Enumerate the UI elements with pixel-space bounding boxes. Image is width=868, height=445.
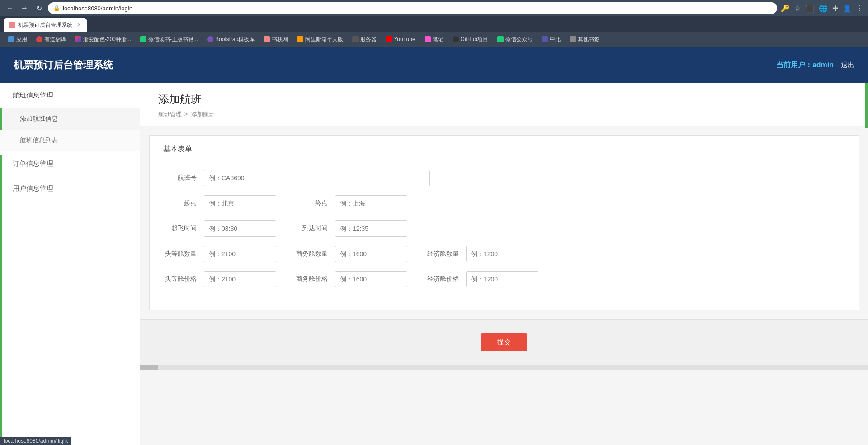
- departure-time-label: 起飞时间: [163, 225, 204, 233]
- bookmark-wechat-read[interactable]: 微信读书-正版书籍...: [137, 34, 202, 45]
- arrival-time-label: 到达时间: [294, 225, 335, 233]
- browser-toolbar: ← → ↻ 🔒 localhost:8080/admin/login 🔑 ☆ ⬛…: [0, 0, 868, 16]
- business-class-count-input[interactable]: [335, 246, 407, 262]
- form-card-title: 基本表单: [163, 145, 845, 159]
- bookmark-label-wechat-read: 微信读书-正版书籍...: [148, 36, 198, 43]
- lock-icon: 🔒: [53, 5, 60, 11]
- forward-button[interactable]: →: [19, 4, 30, 12]
- toolbar-actions: 🔑 ☆ ⬛ 🌐 ✚ 👤 ⋮: [781, 4, 863, 13]
- sidebar-section-user: 用户信息管理: [0, 176, 140, 201]
- economy-class-price-input[interactable]: [466, 271, 538, 287]
- sidebar: 航班信息管理 添加航班信息 航班信息列表 订单信息管理 用户信息管理: [0, 83, 140, 445]
- breadcrumb-parent[interactable]: 航班管理: [158, 111, 182, 117]
- bookmark-label-youdao: 有道翻译: [44, 36, 66, 43]
- menu-icon[interactable]: ⋮: [856, 4, 863, 13]
- departure-time-input[interactable]: [204, 220, 276, 237]
- economy-class-count-input[interactable]: [466, 246, 538, 262]
- scrollbar-indicator[interactable]: [865, 83, 868, 128]
- tab-close-button[interactable]: ✕: [77, 22, 81, 28]
- bookmark-label-notes: 笔记: [433, 36, 443, 43]
- content-area: 添加航班 航班管理 > 添加航班 基本表单 航班号 起点: [140, 83, 868, 445]
- business-class-price-input[interactable]: [335, 271, 407, 287]
- first-class-price-input[interactable]: [204, 271, 276, 287]
- origin-label: 起点: [163, 199, 204, 207]
- browser-chrome: ← → ↻ 🔒 localhost:8080/admin/login 🔑 ☆ ⬛…: [0, 0, 868, 47]
- bookmark-favicon-server: [352, 36, 359, 42]
- bookmark-youtube[interactable]: YouTube: [382, 35, 419, 44]
- bottom-scrollbar[interactable]: [140, 365, 868, 370]
- bookmark-favicon-gradient: [75, 36, 81, 42]
- address-text: localhost:8080/admin/login: [63, 5, 132, 12]
- bookmark-youdao[interactable]: 有道翻译: [33, 34, 70, 45]
- bookmark-wechat-gzh[interactable]: 微信公众号: [494, 34, 536, 45]
- bookmark-favicon-wechat-gzh: [497, 36, 504, 42]
- bookmark-github[interactable]: GitHub项目: [449, 34, 492, 45]
- back-button[interactable]: ←: [5, 4, 15, 12]
- sidebar-section-title-order[interactable]: 订单信息管理: [0, 151, 140, 176]
- tabs-bar: 机票预订后台管理系统 ✕: [0, 16, 868, 32]
- ext-icon2[interactable]: 🌐: [819, 4, 828, 13]
- sidebar-section-flight: 航班信息管理 添加航班信息 航班信息列表: [0, 83, 140, 151]
- bookmark-others[interactable]: 其他书签: [566, 34, 603, 45]
- form-row-prices: 头等舱价格 商务舱价格 经济舱价格: [163, 271, 845, 287]
- bookmark-server[interactable]: 服务器: [349, 34, 380, 45]
- bookmark-favicon-zhongbei: [542, 36, 548, 42]
- tab-favicon: [9, 22, 15, 28]
- bookmark-bootstrap[interactable]: Bootstrap模板库: [203, 34, 258, 45]
- status-url: localhost:8080/admin/flight: [4, 438, 68, 444]
- sidebar-section-title-flight[interactable]: 航班信息管理: [0, 83, 140, 108]
- app-title: 机票预订后台管理系统: [14, 58, 776, 72]
- bookmark-favicon-wechat-read: [140, 36, 146, 42]
- first-class-count-input[interactable]: [204, 246, 276, 262]
- bookmark-label-gradient: 渐变配色-200种渐...: [83, 36, 131, 43]
- bookmark-apps[interactable]: 应用: [5, 34, 31, 45]
- key-icon[interactable]: 🔑: [781, 4, 790, 13]
- bookmark-gradient[interactable]: 渐变配色-200种渐...: [71, 34, 135, 45]
- avatar-icon[interactable]: 👤: [843, 4, 852, 13]
- logout-button[interactable]: 退出: [841, 61, 854, 70]
- bookmark-favicon-shuzhan: [264, 36, 270, 42]
- bookmark-label-apps: 应用: [16, 36, 27, 43]
- bookmark-shuzhan[interactable]: 书栈网: [260, 34, 292, 45]
- economy-class-price-label: 经济舱价格: [425, 275, 466, 283]
- ext-icon1[interactable]: ⬛: [805, 4, 814, 13]
- main-layout: 航班信息管理 添加航班信息 航班信息列表 订单信息管理 用户信息管理 添加航班 …: [0, 83, 868, 445]
- bookmark-zhongbei[interactable]: 中北: [538, 34, 564, 45]
- first-class-price-label: 头等舱价格: [163, 275, 204, 283]
- form-row-counts: 头等舱数量 商务舱数量 经济舱数量: [163, 246, 845, 262]
- current-user-label: 当前用户：admin: [776, 61, 834, 70]
- ext-icon3[interactable]: ✚: [832, 4, 838, 13]
- bookmark-favicon-others: [570, 36, 576, 42]
- star-icon[interactable]: ☆: [794, 4, 801, 13]
- bookmark-label-github: GitHub项目: [461, 36, 488, 43]
- submit-button[interactable]: 提交: [481, 333, 527, 351]
- origin-input[interactable]: [204, 195, 276, 211]
- bookmark-ali[interactable]: 阿里邮箱个人版: [293, 34, 347, 45]
- form-row-flight-no: 航班号: [163, 170, 845, 186]
- active-tab[interactable]: 机票预订后台管理系统 ✕: [4, 18, 87, 32]
- bookmark-favicon-youtube: [386, 36, 392, 42]
- bookmark-favicon-youdao: [36, 36, 42, 42]
- sidebar-item-flight-list[interactable]: 航班信息列表: [0, 130, 140, 151]
- economy-class-count-label: 经济舱数量: [425, 250, 466, 258]
- flight-no-input[interactable]: [204, 170, 430, 186]
- bookmark-favicon-ali: [297, 36, 303, 42]
- reload-button[interactable]: ↻: [33, 4, 44, 13]
- bookmark-label-zhongbei: 中北: [550, 36, 561, 43]
- business-class-price-label: 商务舱价格: [294, 275, 335, 283]
- form-footer: 提交: [140, 319, 868, 365]
- bookmark-label-ali: 阿里邮箱个人版: [305, 36, 343, 43]
- bookmark-favicon-apps: [8, 36, 14, 42]
- status-bar: localhost:8080/admin/flight: [0, 437, 71, 445]
- breadcrumb: 航班管理 > 添加航班: [158, 110, 850, 118]
- bookmark-label-shuzhan: 书栈网: [272, 36, 288, 43]
- address-bar[interactable]: 🔒 localhost:8080/admin/login: [48, 2, 777, 14]
- bookmark-notes[interactable]: 笔记: [421, 34, 447, 45]
- arrival-time-input[interactable]: [335, 220, 407, 237]
- destination-input[interactable]: [335, 195, 407, 211]
- sidebar-section-title-user[interactable]: 用户信息管理: [0, 176, 140, 201]
- flight-no-label: 航班号: [163, 174, 204, 182]
- bottom-scrollbar-thumb[interactable]: [140, 365, 158, 370]
- bookmark-label-youtube: YouTube: [394, 36, 415, 42]
- sidebar-item-add-flight[interactable]: 添加航班信息: [0, 108, 140, 130]
